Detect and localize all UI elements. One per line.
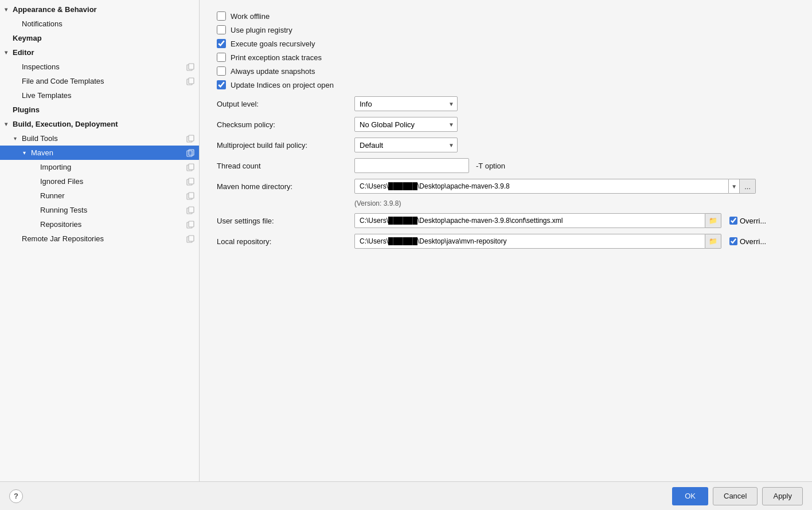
- sidebar-item-appearance[interactable]: ▾ Appearance & Behavior: [0, 2, 199, 17]
- arrow-icon: ▾: [23, 150, 31, 156]
- sidebar-item-runner[interactable]: Runner: [0, 189, 199, 203]
- copy-icon: [186, 192, 194, 200]
- execute-goals-checkbox[interactable]: [217, 39, 226, 48]
- maven-home-label: Maven home directory:: [217, 182, 354, 191]
- local-repository-override: Overri...: [729, 237, 766, 246]
- svg-rect-11: [189, 178, 194, 184]
- local-repository-input[interactable]: [354, 234, 705, 249]
- svg-rect-7: [189, 150, 194, 155]
- sidebar-item-label: Remote Jar Repositories: [22, 234, 186, 243]
- sidebar-item-running-tests[interactable]: Running Tests: [0, 203, 199, 217]
- sidebar-item-label: Runner: [40, 191, 186, 200]
- arrow-icon: ▾: [5, 6, 13, 13]
- print-exception-row: Print exception stack traces: [217, 53, 795, 62]
- work-offline-checkbox[interactable]: [217, 11, 226, 21]
- maven-home-dropdown-button[interactable]: ▼: [729, 179, 740, 194]
- user-settings-override-checkbox[interactable]: [729, 217, 737, 225]
- thread-count-control: -T option: [354, 158, 795, 173]
- update-indices-checkbox[interactable]: [217, 80, 226, 89]
- output-level-label: Output level:: [217, 100, 354, 108]
- multiproject-policy-select-wrapper: Default Fail Fast Fail Never ▼: [354, 138, 458, 152]
- local-repository-override-checkbox[interactable]: [729, 237, 737, 245]
- sidebar-item-label: Build Tools: [22, 134, 186, 143]
- sidebar-item-maven[interactable]: ▾ Maven: [0, 146, 199, 160]
- local-repository-control: 📁 Overri...: [354, 234, 795, 249]
- ok-button[interactable]: OK: [672, 487, 708, 505]
- execute-goals-label: Execute goals recursively: [231, 40, 315, 48]
- copy-icon: [186, 206, 194, 214]
- arrow-icon: ▾: [14, 135, 22, 142]
- print-exception-label: Print exception stack traces: [231, 53, 322, 62]
- use-plugin-registry-row: Use plugin registry: [217, 25, 795, 34]
- checksum-policy-control: No Global Policy Warn Fail Ignore ▼: [354, 117, 795, 132]
- svg-rect-15: [189, 207, 194, 213]
- thread-count-input[interactable]: [354, 158, 469, 173]
- sidebar-item-file-code-templates[interactable]: File and Code Templates: [0, 74, 199, 88]
- svg-rect-17: [189, 221, 194, 227]
- sidebar-item-repositories[interactable]: Repositories: [0, 217, 199, 232]
- sidebar-item-label: Live Templates: [22, 91, 194, 100]
- output-level-select[interactable]: Debug Info Warn Error: [354, 96, 458, 111]
- sidebar-item-label: Build, Execution, Deployment: [13, 120, 194, 128]
- svg-rect-9: [189, 164, 194, 170]
- copy-icon: [186, 63, 194, 71]
- sidebar-item-importing[interactable]: Importing: [0, 160, 199, 174]
- local-repository-row: Local repository: 📁 Overri...: [217, 234, 795, 249]
- copy-icon: [186, 163, 194, 171]
- output-level-select-wrapper: Debug Info Warn Error ▼: [354, 96, 458, 111]
- bottom-left: ?: [9, 489, 23, 503]
- sidebar-item-keymap[interactable]: Keymap: [0, 31, 199, 45]
- sidebar-item-live-templates[interactable]: Live Templates: [0, 88, 199, 103]
- multiproject-policy-select[interactable]: Default Fail Fast Fail Never: [354, 138, 458, 152]
- sidebar-item-label: Plugins: [13, 105, 194, 114]
- sidebar-item-editor[interactable]: ▾ Editor: [0, 45, 199, 60]
- use-plugin-registry-checkbox[interactable]: [217, 25, 226, 34]
- sidebar-item-build-exec-deploy[interactable]: ▾ Build, Execution, Deployment: [0, 117, 199, 131]
- thread-count-label: Thread count: [217, 162, 354, 170]
- print-exception-checkbox[interactable]: [217, 53, 226, 62]
- maven-home-browse-button[interactable]: ...: [740, 179, 756, 194]
- user-settings-label: User settings file:: [217, 217, 354, 225]
- copy-icon: [186, 178, 194, 186]
- sidebar-item-label: Maven: [31, 148, 186, 157]
- always-update-snapshots-checkbox[interactable]: [217, 66, 226, 76]
- svg-rect-3: [189, 78, 194, 84]
- work-offline-row: Work offline: [217, 11, 795, 21]
- multiproject-policy-label: Multiproject build fail policy:: [217, 141, 354, 150]
- checksum-policy-row: Checksum policy: No Global Policy Warn F…: [217, 117, 795, 132]
- copy-icon: [186, 221, 194, 229]
- sidebar-item-plugins[interactable]: Plugins: [0, 103, 199, 117]
- always-update-snapshots-label: Always update snapshots: [231, 67, 315, 76]
- sidebar-item-inspections[interactable]: Inspections: [0, 60, 199, 74]
- maven-home-control: ▼ ...: [354, 179, 795, 194]
- update-indices-row: Update Indices on project open: [217, 80, 795, 89]
- svg-rect-5: [189, 135, 194, 141]
- copy-icon: [186, 149, 194, 157]
- svg-rect-19: [189, 236, 194, 241]
- arrow-icon: ▾: [5, 49, 13, 56]
- checksum-policy-label: Checksum policy:: [217, 120, 354, 129]
- sidebar: ▾ Appearance & Behavior Notifications Ke…: [0, 0, 200, 481]
- sidebar-item-notifications[interactable]: Notifications: [0, 17, 199, 31]
- sidebar-item-remote-jar-repos[interactable]: Remote Jar Repositories: [0, 232, 199, 246]
- output-level-control: Debug Info Warn Error ▼: [354, 96, 795, 111]
- sidebar-item-ignored-files[interactable]: Ignored Files: [0, 174, 199, 189]
- checksum-policy-select[interactable]: No Global Policy Warn Fail Ignore: [354, 117, 458, 132]
- sidebar-item-label: Repositories: [40, 220, 186, 229]
- t-option-label: -T option: [476, 162, 505, 170]
- local-repository-input-wrapper: 📁: [354, 234, 721, 249]
- local-repository-browse-button[interactable]: 📁: [705, 234, 721, 249]
- cancel-button[interactable]: Cancel: [713, 487, 758, 505]
- user-settings-input[interactable]: [354, 213, 705, 228]
- sidebar-item-label: Appearance & Behavior: [13, 5, 194, 14]
- sidebar-item-label: Inspections: [22, 62, 186, 71]
- folder-icon: 📁: [709, 217, 717, 225]
- local-repository-label: Local repository:: [217, 237, 354, 246]
- apply-button[interactable]: Apply: [762, 487, 803, 505]
- user-settings-browse-button[interactable]: 📁: [705, 213, 721, 228]
- help-button[interactable]: ?: [9, 489, 23, 503]
- maven-home-input[interactable]: [354, 179, 729, 194]
- multiproject-policy-control: Default Fail Fast Fail Never ▼: [354, 138, 795, 152]
- sidebar-item-build-tools[interactable]: ▾ Build Tools: [0, 131, 199, 146]
- work-offline-label: Work offline: [231, 12, 270, 21]
